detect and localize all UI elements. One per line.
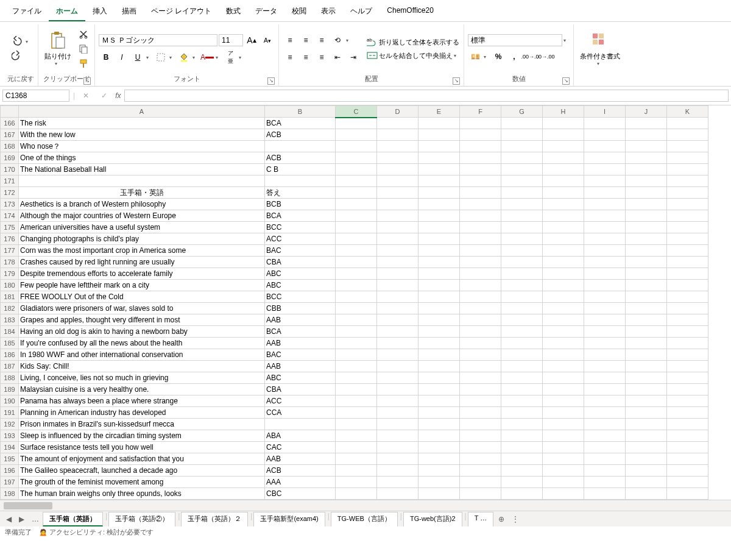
font-color-button[interactable]: A — [200, 51, 214, 64]
cell[interactable] — [584, 372, 626, 384]
cell[interactable] — [667, 291, 708, 303]
column-header-I[interactable]: I — [584, 106, 626, 118]
align-middle-button[interactable]: ≡ — [298, 34, 313, 47]
cell[interactable] — [501, 141, 543, 152]
cell[interactable] — [377, 314, 418, 326]
cell[interactable] — [377, 129, 418, 141]
cell[interactable] — [501, 222, 543, 233]
row-header[interactable]: 170 — [1, 164, 19, 175]
cell[interactable]: ABA — [265, 430, 336, 442]
cell[interactable]: Sleep is influenced by the circadian tim… — [19, 430, 265, 442]
undo-button[interactable] — [10, 35, 24, 48]
menu-表示[interactable]: 表示 — [314, 2, 343, 21]
cell[interactable] — [626, 164, 667, 175]
tab-nav-more[interactable]: … — [28, 514, 43, 525]
cell[interactable] — [501, 384, 543, 395]
cell[interactable] — [377, 222, 418, 233]
cell[interactable] — [501, 164, 543, 175]
cell[interactable] — [543, 280, 584, 291]
cell[interactable]: ABC — [265, 372, 336, 384]
cell[interactable] — [667, 349, 708, 361]
menu-ホーム[interactable]: ホーム — [49, 2, 85, 21]
cell[interactable] — [336, 488, 377, 500]
wrap-text-button[interactable]: ab 折り返して全体を表示する — [367, 37, 460, 47]
new-sheet-button[interactable]: ⊕ — [495, 514, 508, 525]
cell[interactable]: Who nose？ — [19, 141, 265, 152]
cell[interactable] — [626, 326, 667, 338]
cell[interactable]: BCC — [265, 222, 336, 233]
column-header-J[interactable]: J — [626, 106, 667, 118]
cell[interactable] — [377, 430, 418, 442]
row-header[interactable]: 175 — [1, 222, 19, 233]
redo-button[interactable] — [10, 49, 24, 63]
cell[interactable] — [667, 372, 708, 384]
cell[interactable] — [543, 338, 584, 349]
cell[interactable] — [265, 419, 336, 430]
cell[interactable]: The Galileo speacecraft, launched a deca… — [19, 465, 265, 477]
cell[interactable] — [667, 465, 708, 477]
cell[interactable]: Aesthetics is a branch of Western philos… — [19, 199, 265, 210]
cell[interactable] — [418, 152, 460, 164]
cell[interactable]: CCA — [265, 407, 336, 419]
cell[interactable] — [377, 338, 418, 349]
cell[interactable] — [584, 338, 626, 349]
sheet-tab[interactable]: TG-WEB（言語） — [331, 512, 398, 526]
cell[interactable] — [418, 268, 460, 280]
cell[interactable] — [501, 442, 543, 453]
cell[interactable] — [543, 395, 584, 407]
cell[interactable] — [460, 187, 501, 199]
cell[interactable] — [584, 257, 626, 268]
cell[interactable] — [377, 465, 418, 477]
cell[interactable] — [418, 395, 460, 407]
cell[interactable] — [501, 210, 543, 222]
cell[interactable]: ACB — [265, 129, 336, 141]
cell[interactable] — [626, 314, 667, 326]
cell[interactable]: 答え — [265, 187, 336, 199]
cell[interactable] — [626, 129, 667, 141]
cell[interactable] — [626, 372, 667, 384]
cell[interactable] — [460, 477, 501, 488]
cell[interactable] — [543, 245, 584, 257]
cell[interactable] — [336, 303, 377, 314]
cell[interactable]: Corn was the most important crop in Amer… — [19, 245, 265, 257]
cell[interactable] — [543, 349, 584, 361]
cell[interactable]: Gladiators were prisoners of war, slaves… — [19, 303, 265, 314]
cell[interactable]: AAB — [265, 453, 336, 465]
cell[interactable] — [543, 303, 584, 314]
cell[interactable] — [584, 349, 626, 361]
row-header[interactable]: 192 — [1, 419, 19, 430]
align-left-button[interactable]: ≡ — [283, 51, 297, 64]
cell[interactable] — [377, 118, 418, 129]
cell[interactable] — [377, 488, 418, 500]
cell[interactable] — [460, 210, 501, 222]
cell[interactable]: BAC — [265, 349, 336, 361]
row-header[interactable]: 198 — [1, 488, 19, 500]
cell[interactable]: CBB — [265, 303, 336, 314]
cell[interactable] — [460, 442, 501, 453]
italic-button[interactable]: I — [115, 51, 129, 64]
cell[interactable] — [265, 141, 336, 152]
cell[interactable] — [460, 419, 501, 430]
cell[interactable] — [667, 453, 708, 465]
cell[interactable]: ACB — [265, 465, 336, 477]
paste-button[interactable]: 貼り付け ▾ — [42, 30, 74, 68]
cell[interactable] — [460, 152, 501, 164]
cell[interactable] — [377, 291, 418, 303]
cell[interactable] — [584, 303, 626, 314]
cell[interactable] — [501, 419, 543, 430]
cell[interactable] — [501, 233, 543, 245]
cell[interactable] — [667, 268, 708, 280]
cell[interactable] — [377, 280, 418, 291]
cell[interactable] — [336, 233, 377, 245]
row-header[interactable]: 169 — [1, 152, 19, 164]
cell[interactable]: FREE WOOLLY Out of the Cold — [19, 291, 265, 303]
cell[interactable] — [543, 257, 584, 268]
cell[interactable]: One of the things — [19, 152, 265, 164]
cell[interactable] — [418, 384, 460, 395]
cell[interactable]: Although the major countries of Western … — [19, 210, 265, 222]
cell[interactable] — [377, 210, 418, 222]
cell[interactable] — [418, 326, 460, 338]
number-format-select[interactable] — [468, 34, 562, 46]
cell[interactable] — [418, 245, 460, 257]
cell[interactable] — [336, 453, 377, 465]
